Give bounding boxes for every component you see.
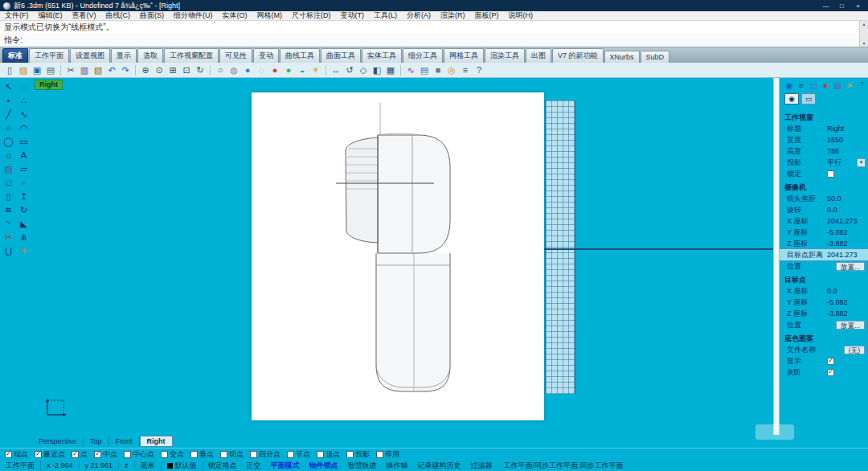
ribbon-tab-v7-features[interactable]: V7 的新功能	[552, 48, 604, 63]
surface-tools-icon[interactable]: ▤	[418, 63, 431, 76]
osnap-center[interactable]: 中心点	[124, 449, 154, 460]
prop-value[interactable]: 786	[827, 147, 866, 155]
menu-file[interactable]: 文件(F)	[0, 10, 34, 21]
minimize-button[interactable]: —	[819, 2, 833, 10]
prop-value[interactable]: 0.0	[827, 206, 866, 214]
osnap-near[interactable]: ✓最近点	[35, 449, 65, 460]
menu-surface[interactable]: 曲面(S)	[135, 10, 169, 21]
ribbon-tab-subd-tools[interactable]: 细分工具	[403, 48, 443, 63]
properties-icon[interactable]: ◉	[784, 80, 794, 90]
polyline-icon[interactable]: ╱	[1, 108, 16, 121]
menu-help[interactable]: 说明(H)	[504, 10, 538, 21]
prop-button-target-place[interactable]: 放置...	[836, 321, 865, 330]
curve-tools-icon[interactable]: ∿	[404, 63, 417, 76]
status-toggle-filter[interactable]: 过滤器	[466, 461, 497, 471]
viewport-tab-top[interactable]: Top	[84, 436, 109, 446]
texture-panel-icon[interactable]: ▨	[833, 80, 842, 90]
viewport-right[interactable]: Right	[32, 78, 773, 435]
osnap-checkbox[interactable]: ✓	[94, 451, 101, 458]
mirror-icon[interactable]: ◧	[371, 63, 383, 76]
units-display[interactable]: 毫米	[135, 461, 162, 471]
menu-solid[interactable]: 实体(O)	[218, 10, 252, 21]
display-mode-tab[interactable]: ▭	[801, 93, 816, 104]
prop-value[interactable]: 0.0	[827, 287, 866, 295]
copy-icon[interactable]: ▥	[78, 63, 91, 76]
ribbon-tab-set-view[interactable]: 设置视图	[70, 48, 110, 63]
rotate-icon[interactable]: ↺	[343, 63, 356, 76]
shaded-display-icon[interactable]: ◍	[227, 63, 240, 76]
cylinder-icon[interactable]: ▯	[1, 190, 16, 203]
osnap-checkbox[interactable]: ✓	[35, 451, 42, 458]
prop-value[interactable]: 2041.273	[827, 217, 866, 225]
select-pointer-icon[interactable]: ↖	[1, 80, 16, 93]
menu-mesh[interactable]: 网格(M)	[252, 10, 288, 21]
prop-value[interactable]: Right	[827, 125, 866, 133]
menu-edit[interactable]: 编辑(E)	[34, 10, 68, 21]
status-toggle-grid-snap[interactable]: 锁定格点	[203, 461, 242, 471]
split-icon[interactable]: ⋔	[16, 231, 31, 244]
material-panel-icon[interactable]: ●	[821, 80, 830, 90]
prop-value[interactable]: -5.082	[827, 298, 866, 306]
layers-icon[interactable]: ≡	[459, 63, 472, 76]
prop-checkbox[interactable]	[827, 170, 834, 178]
menu-subd-object[interactable]: 细分物件(U)	[169, 10, 218, 21]
display-panel-icon[interactable]: ▤	[809, 80, 818, 90]
ellipse-icon[interactable]: ◯	[1, 135, 16, 148]
dropdown-arrow-icon[interactable]: ▾	[857, 158, 866, 167]
ribbon-tab-viewport-layout[interactable]: 工作视窗配置	[164, 48, 219, 63]
ghosted-display-icon[interactable]: ◌	[255, 63, 268, 76]
material-ball-icon[interactable]: ●	[282, 63, 295, 76]
help-panel-icon[interactable]: ?	[857, 80, 866, 90]
prop-checkbox[interactable]: ✓	[827, 358, 834, 365]
raytrace-display-icon[interactable]: ●	[268, 63, 281, 76]
open-file-icon[interactable]: ▨	[17, 63, 30, 76]
ribbon-tab-subd[interactable]: SubD	[641, 51, 670, 63]
osnap-end[interactable]: ✓端点	[5, 449, 28, 460]
osnap-checkbox[interactable]	[161, 451, 168, 458]
prop-value[interactable]: -5.082	[827, 228, 866, 236]
menu-curve[interactable]: 曲线(C)	[101, 10, 136, 21]
ribbon-tab-visibility[interactable]: 可见性	[219, 48, 252, 63]
osnap-knot[interactable]: 节点	[287, 449, 310, 460]
revolve-icon[interactable]: ↻	[16, 203, 31, 216]
join-icon[interactable]: ⋃	[1, 244, 16, 257]
osnap-mid[interactable]: ✓中点	[94, 449, 117, 460]
viewport-tab-right[interactable]: Right	[140, 436, 173, 447]
sphere-icon[interactable]: ●	[16, 176, 31, 189]
menu-panels[interactable]: 面板(P)	[470, 10, 504, 21]
zoom-extents-icon[interactable]: ⊡	[180, 63, 193, 76]
menu-tools[interactable]: 工具(L)	[369, 10, 402, 21]
menu-view[interactable]: 查看(V)	[68, 10, 101, 21]
menu-render[interactable]: 渲染(R)	[436, 10, 470, 21]
wireframe-display-icon[interactable]: ○	[214, 63, 227, 76]
lasso-select-icon[interactable]: ◌	[16, 80, 31, 93]
status-toggle-record-history[interactable]: 记录建构历史	[413, 461, 466, 471]
ribbon-tab-surface-tools[interactable]: 曲面工具	[321, 48, 361, 63]
help-icon[interactable]: ?	[473, 63, 485, 76]
status-toggle-smarttrack[interactable]: 智慧轨迹	[343, 461, 382, 471]
osnap-checkbox[interactable]	[220, 451, 227, 458]
print-icon[interactable]: ▤	[44, 63, 57, 76]
arc-icon[interactable]: ◠	[16, 121, 31, 134]
osnap-tangent[interactable]: 切点	[220, 449, 244, 460]
ribbon-tab-display[interactable]: 显示	[111, 48, 137, 63]
camera-tab[interactable]: ◉	[784, 93, 799, 104]
command-scrollbar[interactable]: ▲ ▼	[859, 21, 868, 47]
prop-value[interactable]: 1650	[827, 136, 866, 144]
osnap-checkbox[interactable]	[376, 451, 383, 458]
menu-transform[interactable]: 变动(T)	[336, 10, 370, 21]
undo-icon[interactable]: ↶	[105, 63, 118, 76]
fillet-icon[interactable]: ◝	[1, 217, 16, 230]
hatch-icon[interactable]: ▨	[1, 162, 16, 175]
cplane-button[interactable]: 工作平面	[0, 461, 41, 471]
osnap-checkbox[interactable]: ✓	[72, 451, 79, 458]
zoom-window-icon[interactable]: ⊞	[166, 63, 179, 76]
pan-icon[interactable]: ⊕	[139, 63, 152, 76]
osnap-checkbox[interactable]	[287, 451, 294, 458]
point-cloud-icon[interactable]: ∴	[16, 94, 31, 107]
move-icon[interactable]: ↔	[330, 63, 342, 76]
plane-icon[interactable]: ▱	[16, 162, 31, 175]
menu-analyze[interactable]: 分析(A)	[402, 10, 436, 21]
command-prompt[interactable]: 指令:	[0, 34, 868, 47]
zoom-icon[interactable]: ⊙	[153, 63, 166, 76]
